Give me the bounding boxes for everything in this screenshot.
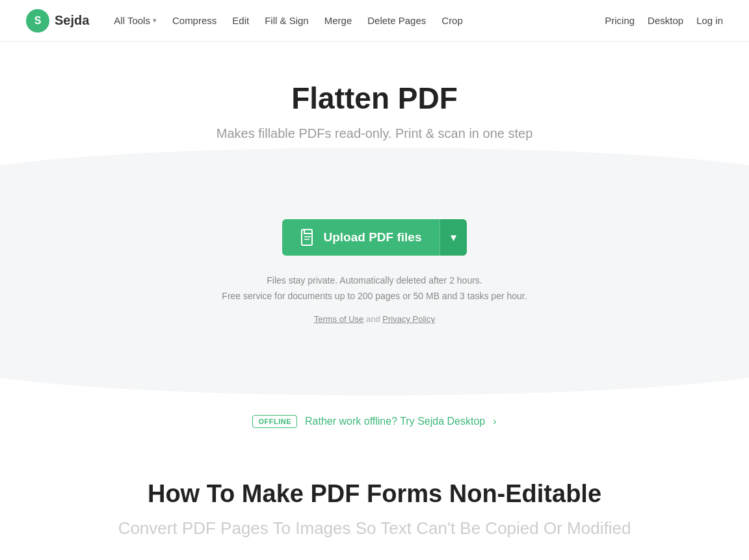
service-text: Free service for documents up to 200 pag… — [26, 291, 723, 301]
terms-of-use-link[interactable]: Terms of Use — [314, 314, 364, 324]
privacy-text: Files stay private. Automatically delete… — [26, 275, 723, 286]
svg-rect-0 — [302, 230, 312, 245]
logo[interactable]: S Sejda — [26, 9, 89, 33]
upload-pdf-button[interactable]: Upload PDF files — [282, 219, 440, 256]
dropdown-arrow-icon: ▾ — [451, 230, 456, 245]
chevron-down-icon: ▾ — [153, 16, 157, 25]
nav-fill-sign[interactable]: Fill & Sign — [258, 11, 315, 30]
nav-edit[interactable]: Edit — [226, 11, 256, 30]
howto-section: How To Make PDF Forms Non-Editable Conve… — [0, 441, 749, 560]
nav-delete-pages[interactable]: Delete Pages — [361, 11, 432, 30]
offline-text: Rather work offline? Try Sejda Desktop — [305, 416, 485, 427]
nav-right: Pricing Desktop Log in — [605, 15, 723, 26]
nav-links: All Tools ▾ Compress Edit Fill & Sign Me… — [107, 11, 469, 30]
hero-subtitle: Makes fillable PDFs read-only. Print & s… — [26, 126, 723, 141]
nav-merge[interactable]: Merge — [318, 11, 359, 30]
upload-button-label: Upload PDF files — [324, 230, 422, 245]
hero-section: Flatten PDF Makes fillable PDFs read-onl… — [0, 42, 749, 141]
nav-login[interactable]: Log in — [696, 15, 723, 26]
upload-dropdown-arrow[interactable]: ▾ — [440, 219, 467, 256]
terms-line: Terms of Use and Privacy Policy — [26, 314, 723, 324]
logo-icon: S — [26, 9, 49, 33]
howto-title: How To Make PDF Forms Non-Editable — [26, 480, 723, 508]
howto-subtitle: Convert PDF Pages To Images So Text Can'… — [26, 518, 723, 539]
page-title: Flatten PDF — [26, 81, 723, 116]
nav-desktop[interactable]: Desktop — [648, 15, 683, 26]
privacy-policy-link[interactable]: Privacy Policy — [382, 314, 435, 324]
nav-all-tools[interactable]: All Tools ▾ — [107, 11, 163, 30]
upload-section: Upload PDF files ▾ Files stay private. A… — [0, 167, 749, 376]
nav-crop[interactable]: Crop — [435, 11, 469, 30]
nav-left: S Sejda All Tools ▾ Compress Edit Fill &… — [26, 9, 469, 33]
logo-text: Sejda — [55, 13, 89, 28]
header: S Sejda All Tools ▾ Compress Edit Fill &… — [0, 0, 749, 42]
offline-banner[interactable]: OFFLINE Rather work offline? Try Sejda D… — [252, 415, 496, 428]
offline-badge: OFFLINE — [252, 415, 297, 428]
nav-pricing[interactable]: Pricing — [605, 15, 635, 26]
upload-button-group: Upload PDF files ▾ — [282, 219, 467, 256]
nav-compress[interactable]: Compress — [166, 11, 223, 30]
and-text: and — [366, 314, 380, 324]
pdf-file-icon — [300, 228, 316, 247]
chevron-right-icon: › — [493, 416, 496, 427]
